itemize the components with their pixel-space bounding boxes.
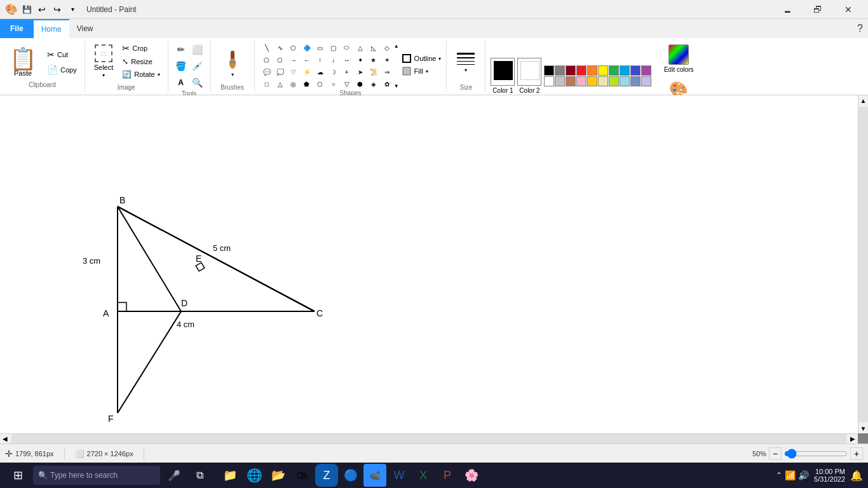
cloud-shape[interactable]: ☁ <box>313 66 327 78</box>
scroll-thumb-h[interactable] <box>11 434 846 444</box>
tab-view[interactable]: View <box>69 19 101 38</box>
zoom-out-button[interactable]: − <box>769 447 782 460</box>
close-button[interactable]: ✕ <box>834 0 863 19</box>
maximize-button[interactable]: 🗗 <box>803 0 832 19</box>
color-cell-white[interactable] <box>544 76 554 86</box>
zoom-in-button[interactable]: + <box>850 447 863 460</box>
pentagon-shape[interactable]: ⬠ <box>260 54 274 65</box>
tab-home[interactable]: Home <box>34 19 69 38</box>
copy-button[interactable]: 📄 Copy <box>44 64 79 76</box>
color-cell-lime[interactable] <box>609 76 619 86</box>
pencil-button[interactable]: ✏ <box>173 42 189 57</box>
scroll-down-button[interactable]: ▼ <box>858 423 869 433</box>
right-triangle-shape[interactable]: ◺ <box>367 42 381 53</box>
rounded-rect-shape[interactable]: ▢ <box>327 42 341 53</box>
shape-extra8[interactable]: ⬢ <box>353 78 367 90</box>
line-shape[interactable]: ╲ <box>260 42 274 53</box>
fill-button[interactable]: Fill ▾ <box>402 66 442 76</box>
arrow-left-shape[interactable]: ← <box>300 54 314 65</box>
shape-extra6[interactable]: ○ <box>327 78 341 90</box>
color-cell-red[interactable] <box>576 65 587 76</box>
arrow-notched-shape[interactable]: ➤ <box>353 66 367 78</box>
volume-icon[interactable]: 🔊 <box>798 470 809 480</box>
triangle-shape[interactable]: △ <box>353 42 367 53</box>
crop-button[interactable]: ✂ Crop <box>119 42 162 55</box>
crescent-shape[interactable]: ☽ <box>327 66 341 78</box>
cut-button[interactable]: ✂ Cut <box>44 48 79 61</box>
save-button[interactable]: 💾 <box>20 3 33 16</box>
zoom-slider[interactable] <box>784 449 848 459</box>
shape-extra5[interactable]: ⬡ <box>313 78 327 90</box>
taskbar-photos[interactable]: 🌸 <box>460 464 483 487</box>
shape-extra2[interactable]: △ <box>273 78 287 90</box>
paste-button[interactable]: 📋 Paste <box>5 44 41 80</box>
taskbar-powerpoint[interactable]: P <box>436 464 459 487</box>
polygon-shape[interactable]: 🔷 <box>300 42 314 53</box>
color-cell-darkred[interactable] <box>566 65 576 76</box>
color-cell-steelblue[interactable] <box>630 76 641 86</box>
shape-extra1[interactable]: □ <box>260 78 274 90</box>
color1-button[interactable] <box>491 58 515 86</box>
taskview-button[interactable]: ⧉ <box>188 464 211 487</box>
color-cell-black[interactable] <box>544 65 554 76</box>
star5-shape[interactable]: ★ <box>367 54 381 65</box>
magnifier-button[interactable]: 🔍 <box>190 75 205 90</box>
vertical-scrollbar[interactable]: ▲ ▼ <box>858 95 868 433</box>
tab-file[interactable]: File <box>0 19 34 38</box>
chevron-icon[interactable]: ⌃ <box>776 471 782 480</box>
shapes-scroll[interactable]: ▲ ▼ <box>394 43 399 89</box>
taskbar-excel[interactable]: X <box>412 464 435 487</box>
taskbar-files[interactable]: 📂 <box>267 464 290 487</box>
arrow-up-shape[interactable]: ↑ <box>313 54 327 65</box>
shape-extra3[interactable]: ◎ <box>287 78 301 90</box>
freeform-shape[interactable]: ⬠ <box>287 42 301 53</box>
notification-button[interactable]: 🔔 <box>850 470 863 482</box>
rect-shape[interactable]: ▭ <box>313 42 327 53</box>
horizontal-scrollbar[interactable]: ◀ ▶ <box>0 433 858 444</box>
lightning-shape[interactable]: ⚡ <box>300 66 314 78</box>
color-cell-pink[interactable] <box>576 76 587 86</box>
shape-extra4[interactable]: ⬟ <box>300 78 314 90</box>
color-cell-gold[interactable] <box>587 76 597 86</box>
network-icon[interactable]: 📶 <box>785 470 796 480</box>
plus-shape[interactable]: + <box>340 66 354 78</box>
taskbar-edge[interactable]: 🌐 <box>243 464 266 487</box>
color-cell-indigo[interactable] <box>630 65 641 76</box>
hexagon-shape[interactable]: ⬡ <box>273 54 287 65</box>
color-cell-blue[interactable] <box>620 65 630 76</box>
taskbar-word[interactable]: W <box>388 464 410 487</box>
color-cell-skyblue[interactable] <box>620 76 630 86</box>
resize-button[interactable]: ⤡ Resize <box>119 56 162 67</box>
scroll-thumb-v[interactable] <box>858 107 868 422</box>
color-cell-cream[interactable] <box>598 76 608 86</box>
color2-button[interactable] <box>517 58 541 86</box>
search-box[interactable]: 🔍 Type here to search <box>33 466 160 485</box>
color-cell-orange[interactable] <box>587 65 597 76</box>
arrow-4-shape[interactable]: ↔ <box>340 54 354 65</box>
taskbar-chrome[interactable]: 🔵 <box>339 464 362 487</box>
ellipse-shape[interactable]: ⬭ <box>340 42 354 53</box>
taskbar-zoom[interactable]: Z <box>315 464 338 487</box>
scroll-left-button[interactable]: ◀ <box>0 434 10 444</box>
arrow-right-shape[interactable]: → <box>287 54 301 65</box>
text-button[interactable]: A <box>173 75 189 90</box>
taskbar-explorer[interactable]: 📁 <box>219 464 241 487</box>
shape-extra7[interactable]: ▽ <box>340 78 354 90</box>
eraser-button[interactable]: ⬜ <box>190 42 205 57</box>
color-cell-green[interactable] <box>609 65 619 76</box>
select-button[interactable]: ⬚ Select ▾ <box>90 42 118 81</box>
clock[interactable]: 10:00 PM 5/31/2022 <box>814 468 845 483</box>
redo-button[interactable]: ↪ <box>51 3 64 16</box>
curve-shape[interactable]: ∿ <box>273 42 287 53</box>
scroll-shape[interactable]: 📜 <box>367 66 381 78</box>
taskbar-zoom2[interactable]: 📹 <box>363 464 386 487</box>
block-arrow-shape[interactable]: ⇒ <box>380 66 394 78</box>
arrow-down-shape[interactable]: ↓ <box>327 54 341 65</box>
minimize-button[interactable]: 🗕 <box>773 0 802 19</box>
rotate-button[interactable]: 🔄 Rotate ▾ <box>119 69 162 80</box>
outline-button[interactable]: Outline ▾ <box>402 53 442 64</box>
callout2-shape[interactable]: 💭 <box>273 66 287 78</box>
edit-colors-button[interactable]: Edit colors <box>654 42 703 76</box>
scroll-up-button[interactable]: ▲ <box>858 95 869 105</box>
start-button[interactable]: ⊞ <box>5 463 31 488</box>
